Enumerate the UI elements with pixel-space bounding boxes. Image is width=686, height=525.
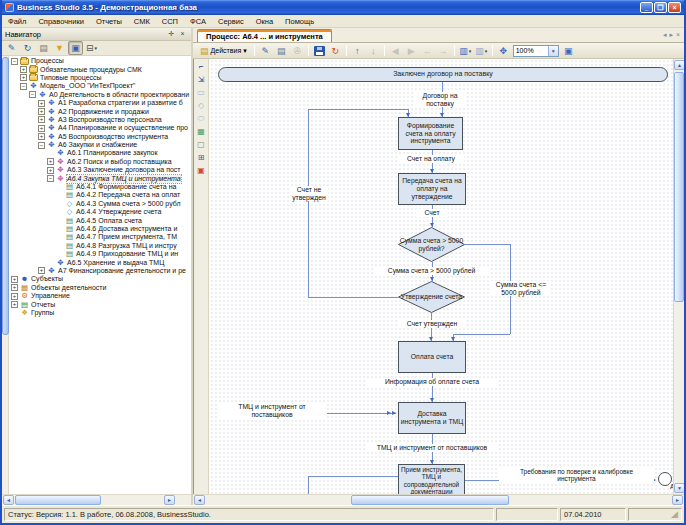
tree-item[interactable]: ▤А6.4.2 Передача счета на оплат: [9, 191, 191, 199]
forward-icon[interactable]: →: [436, 44, 451, 58]
actions-button[interactable]: ▤Действия▾: [196, 44, 251, 58]
collapse-toggle[interactable]: −: [29, 91, 36, 98]
scroll-left-icon[interactable]: ◄: [3, 495, 14, 505]
attach-icon[interactable]: ✇: [290, 44, 305, 58]
edit-icon[interactable]: ✎: [4, 41, 19, 55]
menu-окна[interactable]: Окна: [250, 15, 279, 28]
canvas-hscrollbar[interactable]: ◄ ►: [193, 494, 684, 505]
collapse-toggle[interactable]: −: [38, 142, 45, 149]
tree-item[interactable]: +✥А2 Продвижение и продажи: [9, 107, 191, 115]
tree-item[interactable]: −✥А6.4 Закупка ТМЦ и инструмента: [9, 174, 191, 182]
prev-icon[interactable]: ◀: [388, 44, 403, 58]
tree-item[interactable]: +✥А4 Планирование и осуществление про: [9, 124, 191, 132]
menu-помощь[interactable]: Помощь: [279, 15, 320, 28]
frame-icon[interactable]: ▣: [195, 165, 207, 176]
canvas-vscroll-thumb[interactable]: [674, 72, 684, 302]
minimize-button[interactable]: _: [640, 2, 653, 13]
shape-diamond-icon[interactable]: ◇: [195, 100, 207, 111]
scroll-right-icon[interactable]: ►: [164, 495, 175, 505]
collapse-toggle[interactable]: −: [11, 58, 18, 65]
tree-item[interactable]: +Обязательные процедуры СМК: [9, 65, 191, 73]
tree-item[interactable]: ▤А6.4.7 Прием инструмента, ТМ: [9, 233, 191, 241]
tab-close-icon[interactable]: ×: [676, 31, 680, 39]
print-icon[interactable]: ⊟▾: [84, 41, 99, 55]
flow-step-receive[interactable]: Прием инструмента, ТМЦ и сопроводительно…: [398, 464, 465, 494]
restore-button[interactable]: ❐: [654, 2, 667, 13]
canvas-hscroll-thumb[interactable]: [351, 495, 509, 505]
hierarchy-window-icon[interactable]: ▣: [68, 41, 83, 55]
menu-смк[interactable]: СМК: [128, 15, 156, 28]
tree-item[interactable]: ◇А6.4.3 Сумма счета > 5000 рубл: [9, 200, 191, 208]
flow-step-form-invoice[interactable]: Формирование счета на оплату инструмента: [398, 117, 463, 150]
tab-prev-icon[interactable]: ◂: [663, 31, 667, 39]
expand-toggle[interactable]: +: [38, 100, 45, 107]
scroll-down-icon[interactable]: ▼: [674, 483, 685, 493]
tree-item[interactable]: +✥А5 Воспроизводство инструмента: [9, 133, 191, 141]
move-down-icon[interactable]: ↓: [366, 44, 381, 58]
tree-item[interactable]: +✥А1 Разработка стратегии и развитие б: [9, 99, 191, 107]
zoom-dropdown-icon[interactable]: ▼: [548, 46, 558, 56]
flow-step-send-invoice[interactable]: Передача счета на оплату на утверждение: [398, 173, 466, 205]
swimlane-icon[interactable]: ⊞: [195, 152, 207, 163]
navigator-vscrollbar[interactable]: [2, 56, 9, 494]
diagram-format-icon[interactable]: ▥▾: [474, 44, 489, 58]
close-panel-icon[interactable]: ×: [177, 29, 188, 40]
expand-toggle[interactable]: +: [11, 276, 18, 283]
tree-item[interactable]: +⚙Управление: [9, 292, 191, 300]
tree-item[interactable]: ▤А6.4.1 Формирование счета на: [9, 183, 191, 191]
tab-process-a64[interactable]: Процесс: А6.4 ... и инструмента: [197, 29, 332, 42]
flow-decision-approve[interactable]: Утверждение счета: [398, 281, 465, 313]
tree-item[interactable]: −Процессы: [9, 57, 191, 65]
menu-сервис[interactable]: Сервис: [212, 15, 250, 28]
open-card-icon[interactable]: ▤: [274, 44, 289, 58]
menu-справочники[interactable]: Справочники: [32, 15, 89, 28]
fit-icon[interactable]: ▣: [561, 44, 576, 58]
canvas-vscrollbar[interactable]: ▲ ▼: [673, 59, 684, 494]
next-icon[interactable]: ▶: [404, 44, 419, 58]
tree-item[interactable]: ◇А6.4.4 Утверждение счета: [9, 208, 191, 216]
refresh-diagram-icon[interactable]: ↻: [328, 44, 343, 58]
export-icon[interactable]: ▥▾: [458, 44, 473, 58]
tree-item[interactable]: ✥А6.5 Хранение и выдача ТМЦ: [9, 258, 191, 266]
collapse-toggle[interactable]: −: [47, 175, 54, 182]
scroll-left-icon[interactable]: ◄: [194, 495, 205, 505]
connector-poly-icon[interactable]: ⇲: [195, 74, 207, 85]
menu-отчеты[interactable]: Отчеты: [90, 15, 128, 28]
resize-grip[interactable]: ◢: [671, 510, 678, 519]
pin-icon[interactable]: ✛: [166, 29, 177, 40]
navigator-vscroll-thumb[interactable]: [2, 57, 9, 335]
menu-файл[interactable]: Файл: [2, 15, 32, 28]
pan-icon[interactable]: ✥: [496, 44, 511, 58]
expand-toggle[interactable]: +: [38, 133, 45, 140]
tree-item[interactable]: ▤А6.4.9 Приходование ТМЦ и ин: [9, 250, 191, 258]
tree-item[interactable]: +✥А6.2 Поиск и выбор поставщика: [9, 158, 191, 166]
flow-decision-amount[interactable]: Сумма счета > 5000 рублей?: [398, 227, 465, 262]
flow-step-delivery[interactable]: Доставка инструмента и ТМЦ: [398, 402, 466, 434]
navigator-hscroll-thumb[interactable]: [15, 495, 101, 505]
tab-next-icon[interactable]: ▸: [669, 31, 673, 39]
move-up-icon[interactable]: ↑: [350, 44, 365, 58]
zoom-combobox[interactable]: 100%▼: [513, 45, 559, 57]
shape-rect-icon[interactable]: ▭: [195, 87, 207, 98]
edit-diagram-icon[interactable]: ✎: [258, 44, 273, 58]
tree-item[interactable]: ❖Группы: [9, 309, 191, 317]
diagram-canvas[interactable]: ⌐⇲▭◇⬭▦▢⊞▣ Заключен договор на поставку Ф…: [194, 59, 673, 494]
close-button[interactable]: ×: [668, 2, 681, 13]
back-icon[interactable]: ←: [420, 44, 435, 58]
refresh-icon[interactable]: ↻: [20, 41, 35, 55]
tree-item[interactable]: +Типовые процессы: [9, 74, 191, 82]
expand-toggle[interactable]: +: [47, 167, 54, 174]
menu-ссп[interactable]: ССП: [156, 15, 184, 28]
new-item-icon[interactable]: ▤: [36, 41, 51, 55]
tree-item[interactable]: ✥А6.1 Планирование закупок: [9, 149, 191, 157]
expand-toggle[interactable]: +: [38, 125, 45, 132]
menu-фса[interactable]: ФСА: [184, 15, 212, 28]
filter-icon[interactable]: ▼: [52, 41, 67, 55]
insert-picture-icon[interactable]: ▦: [195, 126, 207, 137]
tree-item[interactable]: −✥Модель_ООО "ИнТехПроект": [9, 82, 191, 90]
navigator-hscrollbar[interactable]: ◄ ►: [2, 494, 191, 505]
expand-toggle[interactable]: +: [11, 293, 18, 300]
flow-start-event[interactable]: Заключен договор на поставку: [218, 67, 668, 82]
connector-elbow-icon[interactable]: ⌐: [195, 61, 207, 72]
expand-toggle[interactable]: +: [47, 158, 54, 165]
